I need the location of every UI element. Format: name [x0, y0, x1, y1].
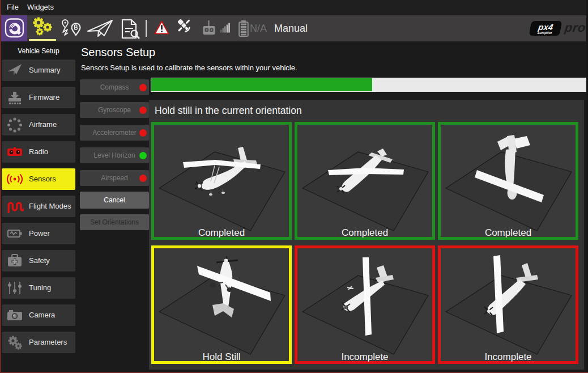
svg-text:px4: px4: [537, 22, 554, 32]
svg-text:autopilot: autopilot: [537, 31, 552, 35]
